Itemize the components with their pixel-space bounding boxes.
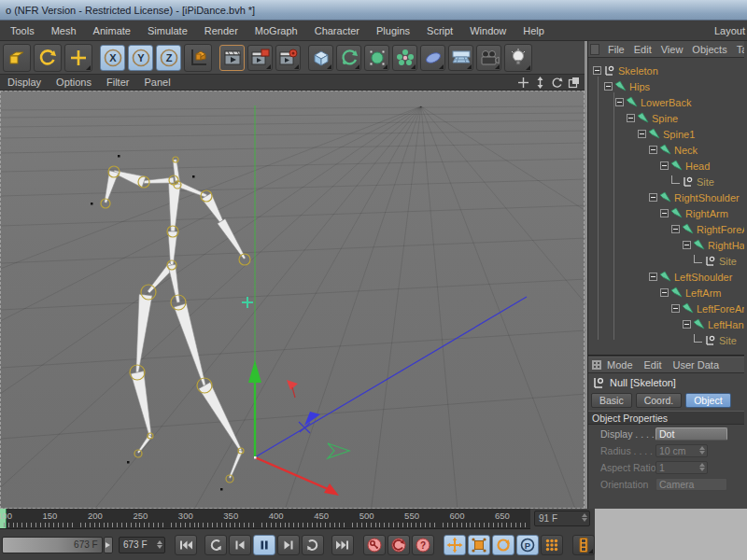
property-dropdown-display[interactable]: Dot xyxy=(655,427,727,441)
expander-icon[interactable] xyxy=(604,82,613,91)
viewport-menu-panel[interactable]: Panel xyxy=(136,77,177,88)
menu-item-animate[interactable]: Animate xyxy=(85,25,139,36)
expander-icon[interactable] xyxy=(683,241,691,249)
expander-icon[interactable] xyxy=(627,114,635,122)
expander-icon[interactable] xyxy=(649,193,657,202)
spline-primitive-button[interactable] xyxy=(420,45,445,71)
dolly-icon[interactable] xyxy=(533,76,547,89)
menu-item-character[interactable]: Character xyxy=(306,25,368,36)
value-stepper[interactable] xyxy=(699,463,705,471)
z-axis-lock-button[interactable]: Z xyxy=(156,45,181,71)
menu-item-mograph[interactable]: MoGraph xyxy=(247,25,306,36)
expander-icon[interactable] xyxy=(671,225,680,233)
tab-coord[interactable]: Coord. xyxy=(636,393,683,408)
tree-row-neck-5[interactable]: Neck xyxy=(588,142,744,158)
om-menu-objects[interactable]: Objects xyxy=(687,44,731,55)
tree-row-rightarm-9[interactable]: RightArm xyxy=(588,205,744,221)
powerslider-arrow[interactable] xyxy=(104,537,113,553)
record-keyframe-button[interactable] xyxy=(363,535,386,555)
record-rotation-button[interactable] xyxy=(492,535,514,555)
play-backwards-button[interactable] xyxy=(204,535,227,555)
menu-item-mesh[interactable]: Mesh xyxy=(43,25,85,36)
tree-row-leftforearm-15[interactable]: LeftForeArm xyxy=(588,301,744,316)
am-menu-mode[interactable]: Mode xyxy=(601,359,639,371)
am-menu-user-data[interactable]: User Data xyxy=(668,359,726,371)
menu-item-script[interactable]: Script xyxy=(418,25,461,36)
menu-item-help[interactable]: Help xyxy=(514,25,553,36)
motion-clip-button[interactable] xyxy=(572,535,595,555)
timeline-range-end-field[interactable]: 91 F xyxy=(534,511,590,526)
viewport-menu-filter[interactable]: Filter xyxy=(99,77,136,88)
tree-row-skeleton-0[interactable]: Skeleton xyxy=(588,63,744,78)
tree-row-spine-3[interactable]: Spine xyxy=(588,110,744,126)
menu-item-window[interactable]: Window xyxy=(461,25,514,36)
menu-item-tools[interactable]: Tools xyxy=(2,25,43,36)
goto-end-button[interactable] xyxy=(331,535,354,555)
menu-item-plugins[interactable]: Plugins xyxy=(368,25,418,36)
skeleton-bone[interactable] xyxy=(169,184,181,231)
tree-row-site-12[interactable]: Site xyxy=(588,253,744,269)
property-stepper-radius[interactable]: 10 cm xyxy=(655,444,708,457)
tree-row-rightshoulder-8[interactable]: RightShoulder xyxy=(588,189,744,205)
record-scale-button[interactable] xyxy=(468,535,490,555)
tab-object[interactable]: Object xyxy=(685,393,730,408)
expander-icon[interactable] xyxy=(593,66,601,75)
next-frame-button[interactable] xyxy=(277,535,300,555)
pause-button[interactable] xyxy=(253,535,275,555)
record-position-button[interactable] xyxy=(444,535,466,555)
tree-row-spine1-4[interactable]: Spine1 xyxy=(588,126,744,142)
attribute-manager-icon[interactable] xyxy=(592,360,601,370)
tree-row-leftarm-14[interactable]: LeftArm xyxy=(588,285,744,301)
object-manager-tab-stub[interactable] xyxy=(590,44,599,55)
om-menu-view[interactable]: View xyxy=(656,44,688,55)
skeleton-bone[interactable] xyxy=(136,294,152,372)
camera-button[interactable] xyxy=(476,45,501,71)
keyframe-help-button[interactable]: ? xyxy=(412,535,434,555)
floor-environment-button[interactable] xyxy=(448,45,473,71)
skeleton-bone[interactable] xyxy=(229,450,243,478)
expander-icon[interactable] xyxy=(671,304,680,313)
property-dropdown-orientation[interactable]: Camera xyxy=(655,478,727,491)
y-axis-lock-button[interactable]: Y xyxy=(128,45,153,71)
expander-icon[interactable] xyxy=(660,209,669,217)
maximize-icon[interactable] xyxy=(567,76,581,89)
rotate-tool-button[interactable] xyxy=(34,44,62,72)
goto-start-button[interactable] xyxy=(175,535,197,555)
3d-viewport[interactable] xyxy=(0,91,585,509)
light-button[interactable] xyxy=(504,44,532,72)
previous-frame-button[interactable] xyxy=(229,535,251,555)
skeleton-joint[interactable] xyxy=(239,254,250,265)
subdivision-generator-button[interactable] xyxy=(336,45,361,71)
move-tool-button[interactable] xyxy=(64,44,92,72)
play-forwards-button[interactable] xyxy=(302,535,324,555)
current-frame-field[interactable]: 673 F xyxy=(119,537,165,553)
orbit-icon[interactable] xyxy=(550,76,564,89)
point-level-animation-button[interactable] xyxy=(541,535,563,555)
layout-label[interactable]: Layout xyxy=(714,25,745,36)
expander-icon[interactable] xyxy=(638,130,646,138)
om-menu-tags[interactable]: Tags xyxy=(732,44,744,55)
expander-icon[interactable] xyxy=(683,320,691,329)
render-to-picture-viewer-button[interactable] xyxy=(247,45,273,71)
x-axis-lock-button[interactable]: X xyxy=(100,45,125,71)
om-menu-edit[interactable]: Edit xyxy=(629,44,656,55)
tree-row-hips-1[interactable]: Hips xyxy=(588,78,744,94)
tree-row-rightforearm-10[interactable]: RightForeArm xyxy=(588,221,744,237)
render-view-button[interactable] xyxy=(219,45,245,71)
expander-icon[interactable] xyxy=(660,161,669,170)
mograph-button[interactable] xyxy=(392,45,417,71)
property-stepper-aspect[interactable]: 1 xyxy=(655,461,708,474)
scale-tool-button[interactable] xyxy=(3,44,31,72)
tree-row-leftshoulder-13[interactable]: LeftShoulder xyxy=(588,269,744,285)
timeline-ruler[interactable]: 100150200250300350400450500550600650 xyxy=(0,509,530,529)
range-end-stepper[interactable] xyxy=(582,513,587,522)
skeleton-bone[interactable] xyxy=(105,171,119,203)
skeleton-bone[interactable] xyxy=(131,371,151,437)
value-stepper[interactable] xyxy=(699,446,705,455)
expander-icon[interactable] xyxy=(649,146,657,154)
pan-icon[interactable] xyxy=(516,76,530,89)
tree-row-site-17[interactable]: Site xyxy=(588,332,744,348)
expander-icon[interactable] xyxy=(649,273,657,281)
expander-icon[interactable] xyxy=(615,98,624,106)
frame-stepper[interactable] xyxy=(157,540,162,549)
